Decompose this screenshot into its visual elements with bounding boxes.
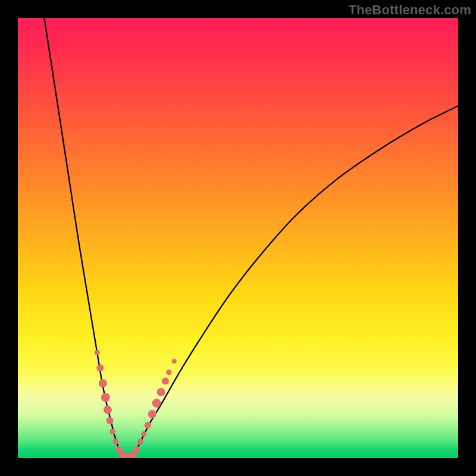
data-marker <box>152 399 161 408</box>
data-marker <box>172 359 177 364</box>
plot-area <box>18 18 458 458</box>
data-marker <box>137 439 143 445</box>
data-marker <box>112 439 118 444</box>
data-marker <box>162 378 169 385</box>
data-marker <box>95 350 100 355</box>
curve-right <box>132 106 458 458</box>
data-marker <box>157 388 165 396</box>
data-marker <box>148 410 156 418</box>
data-marker <box>101 393 110 402</box>
data-marker <box>109 429 115 435</box>
watermark-text: TheBottleneck.com <box>349 2 471 18</box>
data-marker <box>104 406 112 414</box>
data-marker <box>145 422 151 428</box>
data-marker <box>133 446 140 453</box>
data-marker <box>107 417 114 424</box>
curve-left <box>44 18 123 458</box>
data-marker <box>99 379 107 387</box>
chart-svg <box>18 18 458 458</box>
data-marker <box>141 431 146 437</box>
chart-frame: TheBottleneck.com <box>0 0 476 476</box>
data-marker <box>96 364 104 371</box>
data-marker <box>166 369 171 375</box>
